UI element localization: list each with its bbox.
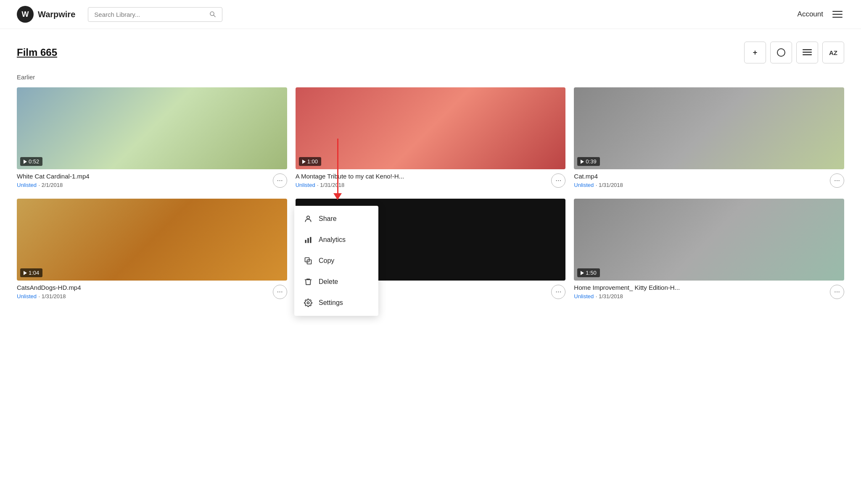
svg-point-12 [307,302,309,304]
svg-rect-9 [310,237,311,243]
video-duration: 1:04 [20,268,42,277]
video-date: · 1/31/2018 [596,293,623,299]
context-menu-panel: Share Analytics Copy Delete Settings [294,206,378,314]
play-icon [302,160,306,164]
more-options-button[interactable]: ··· [830,285,844,299]
video-info: Home Improvement_ Kitty Edition-H... Unl… [574,281,844,302]
main-content: Film 665 + AZ Earlier [0,29,861,314]
more-options-button[interactable]: ··· [551,285,565,299]
video-date: · 1/31/2018 [596,182,623,188]
page-title-area: Film 665 + AZ [17,42,844,63]
video-title: A Montage Tribute to my cat Keno!-H... [296,173,552,180]
video-date: · 1/31/2018 [38,293,66,299]
menu-item-label: Share [319,215,337,223]
page-title: Film 665 [17,47,57,58]
sort-az-button[interactable]: AZ [822,42,844,63]
video-thumbnail[interactable]: 1:50 [574,199,844,281]
hamburger-line [832,14,843,15]
share-icon [304,214,313,223]
add-button[interactable]: + [744,42,766,63]
logo-name: Warpwire [38,10,75,19]
more-options-button[interactable]: ··· [273,285,287,299]
analytics-icon [304,235,313,244]
section-label: Earlier [17,74,844,81]
video-card: 1:04 CatsAndDogs-HD.mp4 Unlisted · 1/31/… [17,199,287,302]
video-meta: CatsAndDogs-HD.mp4 Unlisted · 1/31/2018 [17,284,273,300]
menu-item-label: Copy [319,257,334,265]
search-input[interactable] [94,11,206,18]
video-status: Unlisted [574,182,594,188]
video-info: A Montage Tribute to my cat Keno!-H... U… [296,169,566,190]
menu-item-label: Analytics [319,236,346,244]
video-info: CatsAndDogs-HD.mp4 Unlisted · 1/31/2018 … [17,281,287,302]
logo[interactable]: W Warpwire [17,6,75,23]
video-status: Unlisted [17,293,37,299]
account-label: Account [798,10,823,18]
video-card: 0:52 White Cat Cardinal-1.mp4 Unlisted ·… [17,87,287,190]
video-duration: 0:39 [577,157,600,166]
circle-view-button[interactable] [770,42,792,63]
more-options-button[interactable]: ··· [551,173,565,188]
more-options-button[interactable]: ··· [830,173,844,188]
svg-rect-3 [803,49,812,50]
svg-rect-7 [305,240,306,243]
video-title: Cat.mp4 [574,173,830,180]
video-thumbnail[interactable]: 0:39 [574,87,844,169]
delete-icon [304,277,313,286]
hamburger-line [832,17,843,18]
video-card: 1:50 Home Improvement_ Kitty Edition-H..… [574,199,844,302]
menu-item-label: Settings [319,299,343,307]
svg-rect-4 [803,52,812,53]
video-meta: Home Improvement_ Kitty Edition-H... Unl… [574,284,830,300]
svg-rect-5 [803,54,812,55]
video-thumbnail[interactable]: 1:04 [17,199,287,281]
more-options-button[interactable]: ··· [273,173,287,188]
menu-item-copy[interactable]: Copy [294,250,378,271]
video-status: Unlisted [296,182,315,188]
search-icon [209,11,216,18]
video-title: White Cat Cardinal-1.mp4 [17,173,273,180]
header: W Warpwire Account [0,0,861,29]
list-view-button[interactable] [796,42,818,63]
play-icon [581,271,584,275]
svg-rect-8 [307,238,309,243]
play-icon [24,271,27,275]
list-icon [803,49,812,56]
svg-point-2 [777,49,785,56]
video-duration: 1:50 [577,268,600,277]
video-meta: Cat.mp4 Unlisted · 1/31/2018 [574,173,830,189]
video-info: White Cat Cardinal-1.mp4 Unlisted · 2/1/… [17,169,287,190]
logo-icon: W [17,6,34,23]
copy-icon [304,256,313,265]
hamburger-line [832,11,843,12]
video-title: Home Improvement_ Kitty Edition-H... [574,284,830,291]
menu-item-share[interactable]: Share [294,208,378,229]
video-thumbnail[interactable]: 0:52 [17,87,287,169]
play-icon [581,160,584,164]
context-menu: Share Analytics Copy Delete Settings [294,206,378,314]
video-meta: White Cat Cardinal-1.mp4 Unlisted · 2/1/… [17,173,273,189]
header-right: Account [798,9,844,19]
menu-item-settings[interactable]: Settings [294,292,378,313]
video-meta: A Montage Tribute to my cat Keno!-H... U… [296,173,552,189]
video-date: · 1/31/2018 [317,182,344,188]
video-grid: 0:52 White Cat Cardinal-1.mp4 Unlisted ·… [17,87,844,302]
video-duration: 0:52 [20,157,42,166]
svg-point-6 [307,216,310,219]
menu-item-analytics[interactable]: Analytics [294,229,378,250]
svg-line-1 [214,15,215,17]
video-date: · 2/1/2018 [38,182,63,188]
video-status: Unlisted [574,293,594,299]
settings-icon [304,298,313,307]
play-icon [24,160,27,164]
menu-item-delete[interactable]: Delete [294,271,378,292]
video-card: 1:00 A Montage Tribute to my cat Keno!-H… [296,87,566,190]
menu-button[interactable] [831,9,844,19]
search-bar [88,7,222,22]
video-thumbnail[interactable]: 1:00 [296,87,566,169]
video-status: Unlisted [17,182,37,188]
video-title: CatsAndDogs-HD.mp4 [17,284,273,291]
toolbar-buttons: + AZ [744,42,844,63]
menu-item-label: Delete [319,278,338,286]
video-info: Cat.mp4 Unlisted · 1/31/2018 ··· [574,169,844,190]
